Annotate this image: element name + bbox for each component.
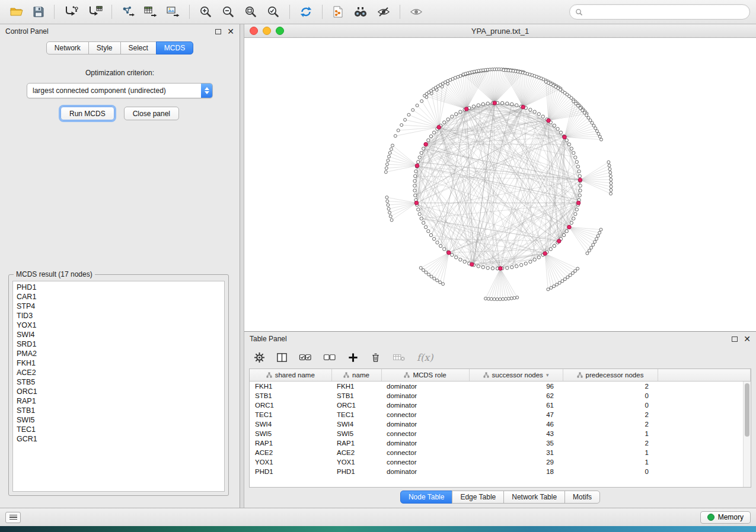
tab-network-table[interactable]: Network Table [503,491,565,504]
tab-select[interactable]: Select [120,41,157,55]
table-cell[interactable]: FKH1 [331,382,381,392]
table-cell[interactable]: RAP1 [250,438,331,448]
table-cell[interactable]: TEC1 [250,410,331,419]
table-cell[interactable]: SWI4 [250,419,331,429]
table-cell[interactable]: YOX1 [331,457,381,467]
table-cell[interactable]: 1 [563,457,658,467]
table-row[interactable]: PHD1PHD1dominator180 [250,467,751,476]
select-all-button[interactable] [299,352,312,363]
tab-network[interactable]: Network [46,41,89,55]
table-row[interactable]: FKH1FKH1dominator962 [250,382,751,392]
table-cell[interactable]: dominator [381,382,469,392]
zoom-selected-button[interactable] [263,2,284,21]
show-panels-button[interactable] [5,512,21,523]
table-cell[interactable]: ORC1 [331,400,381,410]
table-cell[interactable]: 46 [469,419,563,429]
table-cell[interactable]: PHD1 [331,467,381,476]
table-cell[interactable]: ORC1 [250,400,331,410]
mcds-item[interactable]: CAR1 [13,292,224,302]
tab-node-table[interactable]: Node Table [400,491,453,504]
criterion-dropdown[interactable]: largest connected component (undirected) [27,83,213,98]
open-session-button[interactable] [6,2,27,21]
table-cell[interactable]: SWI5 [331,429,381,438]
refresh-view-button[interactable] [295,2,317,21]
table-settings-button[interactable] [254,352,265,363]
table-cell[interactable]: ACE2 [331,448,381,457]
table-cell[interactable]: 35 [469,438,563,448]
mcds-item[interactable]: ACE2 [13,368,224,377]
table-cell[interactable]: 2 [563,438,658,448]
zoom-in-button[interactable] [195,2,216,21]
mcds-item[interactable]: YOX1 [13,321,224,330]
table-cell[interactable]: 61 [469,400,563,410]
table-cell[interactable]: connector [381,429,469,438]
mcds-item[interactable]: STB5 [13,377,224,387]
table-cell[interactable]: 2 [563,382,658,392]
share-document-button[interactable] [328,2,348,21]
table-row[interactable]: SWI4SWI4dominator462 [250,419,751,429]
window-close-light[interactable] [250,27,258,35]
table-cell[interactable]: dominator [381,391,469,400]
show-columns-button[interactable] [276,352,288,363]
mcds-item[interactable]: PMA2 [13,349,224,358]
tab-style[interactable]: Style [88,41,121,55]
function-builder-button[interactable]: f(x) [417,352,433,363]
table-cell[interactable]: 31 [469,448,563,457]
table-cell[interactable]: SWI4 [331,419,381,429]
table-row[interactable]: TEC1TEC1connector472 [250,410,751,419]
float-table-panel-icon[interactable] [732,336,738,342]
table-cell[interactable]: connector [381,448,469,457]
table-row[interactable]: STB1STB1dominator620 [250,391,751,400]
window-minimize-light[interactable] [263,27,271,35]
mcds-item[interactable]: GCR1 [13,434,224,444]
import-table-button[interactable] [84,2,106,21]
table-cell[interactable]: dominator [381,400,469,410]
mcds-item[interactable]: TID3 [13,311,224,321]
mcds-item[interactable]: SWI4 [13,330,224,339]
table-cell[interactable]: 1 [563,429,658,438]
table-cell[interactable]: PHD1 [250,467,331,476]
tab-motifs[interactable]: Motifs [564,491,600,504]
table-cell[interactable]: 62 [469,391,563,400]
export-table-button[interactable] [140,2,161,21]
mcds-item[interactable]: SWI5 [13,415,224,425]
table-cell[interactable]: dominator [381,467,469,476]
float-panel-icon[interactable] [215,29,221,34]
delete-table-button[interactable] [393,352,406,363]
table-cell[interactable]: YOX1 [250,457,331,467]
column-header-name[interactable]: name [331,369,381,382]
search-field[interactable] [569,4,750,20]
export-network-button[interactable] [117,2,139,21]
table-cell[interactable]: STB1 [331,391,381,400]
mcds-result-list[interactable]: PHD1CAR1STP4TID3YOX1SWI4SRD1PMA2FKH1ACE2… [12,281,225,492]
table-cell[interactable]: 1 [563,448,658,457]
tab-mcds[interactable]: MCDS [156,41,193,55]
hide-graphics-details-button[interactable] [373,2,394,21]
table-cell[interactable]: 18 [469,467,563,476]
panel-splitter[interactable] [240,24,244,508]
search-input[interactable] [586,7,744,17]
column-header-successor-nodes[interactable]: successor nodes▾ [469,369,563,382]
close-table-panel-icon[interactable]: ✕ [744,335,751,343]
table-cell[interactable]: dominator [381,438,469,448]
export-image-button[interactable] [162,2,184,21]
column-header-shared-name[interactable]: shared name [250,369,331,382]
table-row[interactable]: ORC1ORC1dominator610 [250,400,751,410]
table-cell[interactable]: dominator [381,419,469,429]
zoom-fit-button[interactable] [240,2,261,21]
mcds-item[interactable]: ORC1 [13,387,224,396]
table-cell[interactable]: SWI5 [250,429,331,438]
table-cell[interactable]: 0 [563,400,658,410]
memory-button[interactable]: Memory [700,511,751,524]
table-cell[interactable]: FKH1 [250,382,331,392]
table-cell[interactable]: TEC1 [331,410,381,419]
table-cell[interactable]: connector [381,410,469,419]
table-cell[interactable]: 29 [469,457,563,467]
tab-edge-table[interactable]: Edge Table [452,491,504,504]
show-graphics-details-button[interactable] [406,2,427,21]
table-cell[interactable]: STB1 [250,391,331,400]
table-cell[interactable]: 96 [469,382,563,392]
close-panel-icon[interactable]: ✕ [227,27,234,36]
column-header-mcds-role[interactable]: MCDS role [381,369,469,382]
mcds-item[interactable]: TEC1 [13,425,224,434]
